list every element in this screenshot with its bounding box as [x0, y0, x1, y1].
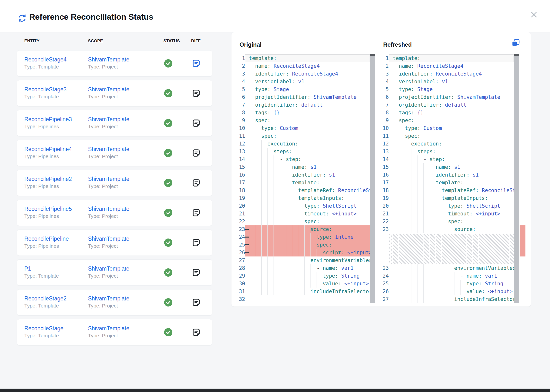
diff-note-icon[interactable] [191, 178, 201, 188]
reference-reconciliation-dialog: Reference Reconciliation Status ENTITY S… [0, 0, 550, 392]
line-number: 23 [375, 264, 389, 272]
entity-type: Type: Template [24, 332, 63, 339]
column-header-status: STATUS [163, 39, 180, 43]
line-number: 24 [231, 233, 245, 241]
scope-cell: ShivamTemplateType: Project [88, 145, 129, 160]
line-number: 21 [231, 210, 245, 218]
entity-name[interactable]: ReconcileStage4 [24, 56, 67, 63]
success-check-icon [164, 149, 172, 157]
entity-cell: ReconcilePipelineType: Pipelines [24, 235, 69, 249]
entity-name[interactable]: P1 [24, 265, 59, 272]
table-row[interactable]: ReconcilePipeline4Type: PipelinesShivamT… [17, 140, 212, 166]
entity-cell: ReconcilePipeline4Type: Pipelines [24, 145, 72, 160]
code-line: 23environmentVariables: [375, 264, 514, 272]
line-number: 10 [375, 124, 389, 132]
scope-cell: ShivamTemplateType: Project [88, 205, 129, 220]
code-line: 21timeout: <+input> [231, 210, 370, 218]
scope-name[interactable]: ShivamTemplate [88, 56, 129, 63]
table-row[interactable]: ReconcilePipeline3Type: PipelinesShivamT… [17, 110, 212, 136]
line-number: 23 [375, 225, 389, 233]
column-header-entity: ENTITY [24, 39, 40, 43]
line-number: 13 [375, 148, 389, 155]
diff-note-icon[interactable] [191, 59, 201, 68]
entity-type: Type: Template [24, 302, 67, 309]
scope-type: Type: Project [88, 242, 129, 249]
entity-name[interactable]: ReconcileStage [24, 325, 63, 332]
entity-cell: ReconcilePipeline2Type: Pipelines [24, 175, 72, 190]
entity-name[interactable]: ReconcilePipeline [24, 235, 69, 242]
table-row[interactable]: ReconcilePipeline5Type: PipelinesShivamT… [17, 200, 212, 226]
scope-name[interactable]: ShivamTemplate [88, 205, 129, 213]
diff-note-icon[interactable] [191, 118, 201, 128]
diff-note-icon[interactable] [191, 268, 201, 277]
code-line: 25type: String [375, 280, 514, 288]
entity-cell: ReconcileStage2Type: Template [24, 295, 67, 309]
entity-name[interactable]: ReconcileStage3 [24, 86, 67, 93]
code-line: 24type: Inline [231, 233, 370, 241]
code-line: 14- step: [375, 155, 514, 163]
entity-name[interactable]: ReconcilePipeline5 [24, 205, 72, 213]
close-icon[interactable] [530, 10, 538, 19]
diff-note-icon[interactable] [191, 208, 201, 218]
diff-note-icon[interactable] [191, 327, 201, 337]
scope-cell: ShivamTemplateType: Project [88, 265, 129, 279]
table-row[interactable]: P1Type: TemplateShivamTemplateType: Proj… [17, 259, 212, 286]
code-line: 19templateInputs: [375, 194, 514, 202]
line-number: 12 [375, 140, 389, 148]
code-line: 18templateRef: ReconcileStep [375, 187, 514, 194]
scope-name[interactable]: ShivamTemplate [88, 116, 129, 123]
line-number: 14 [231, 155, 245, 163]
scope-name[interactable]: ShivamTemplate [88, 265, 129, 272]
code-line: 31includeInfraSelectors: [231, 288, 370, 295]
entity-name[interactable]: ReconcilePipeline4 [24, 145, 72, 153]
diff-note-icon[interactable] [191, 148, 201, 158]
line-number: 7 [231, 101, 245, 109]
code-line: 15name: s1 [231, 163, 370, 171]
scope-cell: ShivamTemplateType: Project [88, 295, 129, 309]
original-panel: Original 1template:2name: ReconcileStage… [231, 32, 375, 307]
collapsed-removed-region [389, 234, 514, 264]
line-number: 11 [231, 132, 245, 140]
diff-note-icon[interactable] [191, 238, 201, 247]
diff-note-icon[interactable] [191, 298, 201, 307]
scope-cell: ShivamTemplateType: Project [88, 235, 129, 249]
entity-name[interactable]: ReconcilePipeline2 [24, 175, 72, 183]
success-check-icon [164, 179, 172, 187]
line-number: 17 [375, 179, 389, 187]
original-scrollbar[interactable] [370, 54, 375, 303]
dialog-header: Reference Reconciliation Status [0, 0, 550, 32]
line-number: 28 [375, 303, 389, 304]
table-row[interactable]: ReconcilePipelineType: PipelinesShivamTe… [17, 230, 212, 256]
entity-name[interactable]: ReconcileStage2 [24, 295, 67, 302]
scope-name[interactable]: ShivamTemplate [88, 235, 129, 242]
scope-name[interactable]: ShivamTemplate [88, 175, 129, 183]
code-line: 17template: [231, 179, 370, 187]
diff-note-icon[interactable] [191, 88, 201, 98]
scope-name[interactable]: ShivamTemplate [88, 325, 129, 332]
table-row[interactable]: ReconcilePipeline2Type: PipelinesShivamT… [17, 170, 212, 196]
refreshed-scrollbar[interactable] [514, 54, 519, 303]
entity-name[interactable]: ReconcilePipeline3 [24, 116, 72, 123]
scope-name[interactable]: ShivamTemplate [88, 145, 129, 153]
table-row[interactable]: ReconcileStage2Type: TemplateShivamTempl… [17, 289, 212, 315]
line-number: 9 [231, 117, 245, 124]
code-line: 6projectIdentifier: ShivamTemplate [375, 93, 514, 101]
status-badge [164, 59, 172, 68]
line-number: 32 [231, 295, 245, 303]
code-line: 26value: <+input> [375, 288, 514, 295]
scope-type: Type: Project [88, 302, 129, 309]
line-number: 25 [231, 241, 245, 249]
scope-name[interactable]: ShivamTemplate [88, 295, 129, 302]
line-number: 5 [231, 85, 245, 93]
line-number: 3 [375, 70, 389, 78]
table-row[interactable]: ReconcileStage3Type: TemplateShivamTempl… [17, 80, 212, 106]
diff-overview-marker [520, 225, 525, 256]
table-row[interactable]: ReconcileStageType: TemplateShivamTempla… [17, 319, 212, 345]
scope-name[interactable]: ShivamTemplate [88, 86, 129, 93]
code-line: 2name: ReconcileStage4 [375, 62, 514, 70]
entity-type: Type: Template [24, 272, 59, 279]
code-line: 25spec: [231, 241, 370, 249]
copy-icon[interactable] [511, 39, 520, 47]
entity-type: Type: Pipelines [24, 183, 72, 190]
table-row[interactable]: ReconcileStage4Type: TemplateShivamTempl… [17, 50, 212, 77]
